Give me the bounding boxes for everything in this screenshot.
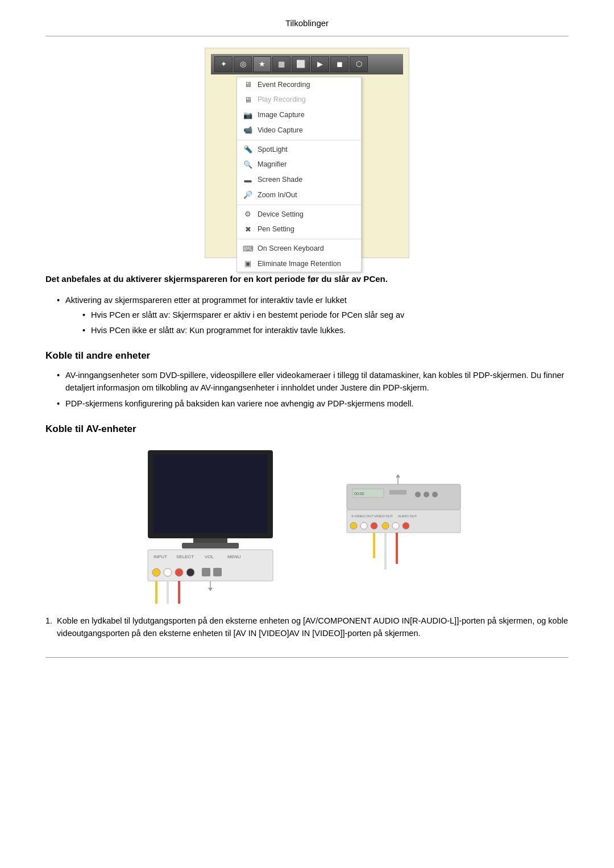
dvd-port-yellow2 xyxy=(382,522,389,529)
section1-bullet-list: AV-inngangsenheter som DVD-spillere, vid… xyxy=(45,369,569,410)
tv-neck xyxy=(193,538,227,543)
tv-base xyxy=(182,543,239,549)
toolbar-btn-6[interactable]: ▶ xyxy=(311,56,329,72)
tv-port-black xyxy=(186,568,194,576)
menu-item-video-capture[interactable]: 📹 Video Capture xyxy=(237,123,361,138)
port-label-2: SELECT xyxy=(176,554,194,559)
av-connection-diagram: INPUT SELECT VOL MENU 00:00 S-VIDEO OUT … xyxy=(45,445,569,604)
tv-port-rect1 xyxy=(202,568,210,576)
tv-screen xyxy=(154,455,267,533)
sub-bullet-item-2: Hvis PCen ikke er slått av: Kun programm… xyxy=(82,325,569,337)
section1-bullet-1: AV-inngangsenheter som DVD-spillere, vid… xyxy=(57,369,569,394)
dvd-display-text: 00:00 xyxy=(354,492,364,496)
menu-item-eliminate[interactable]: ▣ Eliminate Image Retention xyxy=(237,256,361,272)
tv-port-red xyxy=(175,568,183,576)
dvd-port-red xyxy=(371,522,377,529)
port-label-4: MENU xyxy=(227,554,241,559)
dvd-button2 xyxy=(424,492,429,497)
screenshot-image: ✦ ◎ ★ ▦ ⬜ ▶ ◼ ⬡ 🖥 Event Recording 🖥 Play… xyxy=(205,48,409,258)
menu-item-pen-setting-label: Pen Setting xyxy=(258,224,294,235)
sub-bullet-item-1: Hvis PCen er slått av: Skjermsparer er a… xyxy=(82,309,569,322)
menu-item-eliminate-label: Eliminate Image Retention xyxy=(258,259,341,269)
section1-heading: Koble til andre enheter xyxy=(45,348,569,363)
spotlight-icon: 🔦 xyxy=(243,144,253,155)
play-recording-icon: 🖥 xyxy=(243,95,253,105)
menu-item-spotlight-label: SpotLight xyxy=(258,144,288,155)
numbered-item-1: 1. Koble en lydkabel til lydutgangsporte… xyxy=(45,615,569,640)
page-header: Tilkoblinger xyxy=(45,17,569,36)
eliminate-icon: ▣ xyxy=(243,259,253,269)
dvd-port-red2 xyxy=(403,522,409,529)
av-diagram-svg: INPUT SELECT VOL MENU 00:00 S-VIDEO OUT … xyxy=(136,445,478,604)
menu-item-play-recording[interactable]: 🖥 Play Recording xyxy=(237,92,361,107)
toolbar-btn-3[interactable]: ★ xyxy=(253,56,271,72)
menu-item-keyboard-label: On Screen Keyboard xyxy=(258,243,324,254)
menu-item-zoom-label: Zoom In/Out xyxy=(258,190,297,201)
toolbar-btn-7[interactable]: ◼ xyxy=(330,56,349,72)
dvd-port-white xyxy=(360,522,367,529)
device-setting-icon: ⚙ xyxy=(243,209,253,219)
screenshot-container: ✦ ◎ ★ ▦ ⬜ ▶ ◼ ⬡ 🖥 Event Recording 🖥 Play… xyxy=(45,48,569,258)
menu-divider-2 xyxy=(237,205,361,205)
menu-item-image-capture[interactable]: 📷 Image Capture xyxy=(237,107,361,123)
menu-item-video-capture-label: Video Capture xyxy=(258,125,303,136)
dvd-button3 xyxy=(432,492,438,497)
toolbar-btn-2[interactable]: ◎ xyxy=(234,56,252,72)
bold-paragraph: Det anbefales at du aktiverer skjermspar… xyxy=(45,272,569,286)
dropdown-menu: 🖥 Event Recording 🖥 Play Recording 📷 Ima… xyxy=(237,77,362,272)
dvd-slot xyxy=(389,490,406,495)
menu-item-event-recording[interactable]: 🖥 Event Recording xyxy=(237,77,361,93)
sub-bullet-list: Hvis PCen er slått av: Skjermsparer er a… xyxy=(65,309,569,337)
menu-item-magnifier-label: Magnifier xyxy=(258,159,287,170)
section1-bullet-2: PDP-skjermens konfigurering på baksiden … xyxy=(57,398,569,410)
menu-item-pen-setting[interactable]: ✖ Pen Setting xyxy=(237,222,361,237)
bullet-item-1: Aktivering av skjermspareren etter at pr… xyxy=(57,294,569,337)
port-label-3: VOL xyxy=(205,554,214,559)
menu-item-image-capture-label: Image Capture xyxy=(258,110,305,121)
numbered-list: 1. Koble en lydkabel til lydutgangsporte… xyxy=(45,615,569,640)
image-capture-icon: 📷 xyxy=(243,110,253,120)
event-recording-icon: 🖥 xyxy=(243,80,253,90)
main-bullet-list: Aktivering av skjermspareren etter at pr… xyxy=(45,294,569,337)
menu-item-device-setting[interactable]: ⚙ Device Setting xyxy=(237,207,361,222)
menu-item-event-recording-label: Event Recording xyxy=(258,80,310,90)
menu-item-keyboard[interactable]: ⌨ On Screen Keyboard xyxy=(237,241,361,256)
dvd-port-label1: S-VIDEO OUT xyxy=(351,514,374,518)
dvd-port-label3: AUDIO OUT xyxy=(398,514,417,518)
tv-port-rect2 xyxy=(213,568,222,576)
dvd-port-yellow xyxy=(350,522,357,529)
menu-item-spotlight[interactable]: 🔦 SpotLight xyxy=(237,142,361,157)
toolbar-btn-4[interactable]: ▦ xyxy=(272,56,291,72)
zoom-icon: 🔎 xyxy=(243,190,253,200)
toolbar-btn-8[interactable]: ⬡ xyxy=(350,56,368,72)
magnifier-icon: 🔍 xyxy=(243,160,253,170)
header-title: Tilkoblinger xyxy=(285,18,329,28)
pen-setting-icon: ✖ xyxy=(243,225,253,235)
menu-divider-3 xyxy=(237,239,361,239)
section2-heading: Koble til AV-enheter xyxy=(45,422,569,437)
dvd-button1 xyxy=(415,492,421,497)
dvd-port-white2 xyxy=(392,522,399,529)
app-toolbar: ✦ ◎ ★ ▦ ⬜ ▶ ◼ ⬡ xyxy=(211,54,403,74)
menu-divider-1 xyxy=(237,140,361,140)
menu-item-play-recording-label: Play Recording xyxy=(258,94,306,105)
menu-item-screen-shade-label: Screen Shade xyxy=(258,175,302,185)
toolbar-btn-1[interactable]: ✦ xyxy=(214,56,233,72)
menu-item-magnifier[interactable]: 🔍 Magnifier xyxy=(237,157,361,172)
page-footer xyxy=(45,657,569,661)
tv-port-yellow xyxy=(152,568,160,576)
port-label-1: INPUT xyxy=(154,554,167,559)
dvd-port-label2: VIDEO OUT xyxy=(374,514,393,518)
screen-shade-icon: ▬ xyxy=(243,175,253,185)
dvd-arrow-head xyxy=(396,474,400,477)
keyboard-icon: ⌨ xyxy=(243,243,253,254)
tv-port-white xyxy=(164,568,172,576)
menu-item-zoom[interactable]: 🔎 Zoom In/Out xyxy=(237,188,361,203)
video-capture-icon: 📹 xyxy=(243,125,253,135)
arrow-head xyxy=(208,588,213,591)
menu-item-device-setting-label: Device Setting xyxy=(258,209,304,220)
menu-item-screen-shade[interactable]: ▬ Screen Shade xyxy=(237,172,361,188)
toolbar-btn-5[interactable]: ⬜ xyxy=(292,56,310,72)
